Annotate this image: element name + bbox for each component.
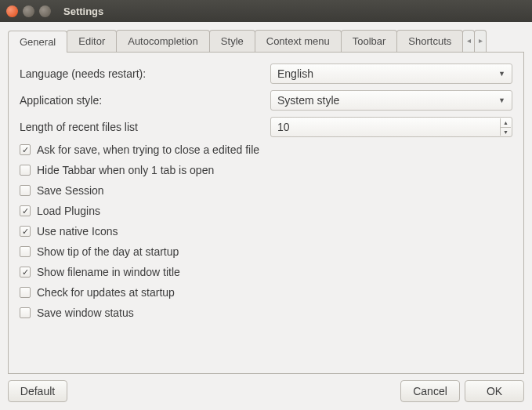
checkbox[interactable]: ✓ (20, 226, 31, 237)
tab-scroll-right[interactable]: ▸ (474, 30, 487, 52)
maximize-icon[interactable] (39, 5, 51, 17)
tab-scroll-left[interactable]: ◂ (462, 30, 475, 52)
appstyle-value: System style (277, 94, 339, 107)
recent-spinner[interactable]: 10 ▲ ▼ (270, 117, 512, 137)
appstyle-label: Application style: (20, 94, 262, 107)
checkbox[interactable] (20, 185, 31, 196)
default-button[interactable]: Default (8, 380, 67, 402)
language-combo[interactable]: English ▼ (270, 63, 512, 84)
check-label: Load Plugins (37, 205, 100, 217)
tab-style[interactable]: Style (209, 30, 255, 52)
cancel-button[interactable]: Cancel (400, 380, 460, 402)
check-row: Save window status (20, 307, 512, 319)
recent-value: 10 (277, 121, 290, 133)
tab-panel-general: Language (needs restart): English ▼ Appl… (8, 53, 524, 374)
tab-toolbar[interactable]: Toolbar (341, 30, 398, 52)
check-row: Check for updates at startup (20, 286, 512, 299)
check-label: Show tip of the day at startup (37, 245, 179, 258)
language-label: Language (needs restart): (20, 67, 262, 80)
check-row: Save Session (20, 184, 512, 197)
checkbox[interactable]: ✓ (20, 267, 31, 278)
spin-down-icon[interactable]: ▼ (501, 128, 511, 136)
check-label: Save window status (37, 307, 134, 319)
check-label: Hide Tabbar when only 1 tab is open (37, 164, 214, 176)
tab-general[interactable]: General (8, 31, 67, 53)
minimize-icon[interactable] (23, 5, 34, 17)
tab-context-menu[interactable]: Context menu (255, 30, 342, 52)
button-row: Default Cancel OK (8, 380, 524, 402)
checkbox[interactable] (20, 307, 31, 318)
checkbox[interactable] (20, 287, 31, 298)
language-value: English (277, 67, 313, 80)
check-label: Save Session (37, 184, 104, 197)
tab-autocompletion[interactable]: Autocompletion (116, 30, 210, 52)
tab-shortcuts[interactable]: Shortcuts (396, 30, 463, 52)
titlebar: Settings (0, 0, 532, 22)
recent-label: Length of recent files list (20, 121, 262, 133)
chevron-down-icon: ▼ (498, 96, 505, 104)
check-label: Show filename in window title (37, 266, 180, 278)
check-row: ✓Load Plugins (20, 205, 512, 217)
spin-up-icon[interactable]: ▲ (501, 118, 511, 128)
checkbox[interactable] (20, 246, 31, 257)
check-row: Show tip of the day at startup (20, 245, 512, 258)
check-row: Hide Tabbar when only 1 tab is open (20, 164, 512, 176)
window-title: Settings (63, 5, 103, 17)
chevron-down-icon: ▼ (498, 70, 505, 78)
check-label: Check for updates at startup (37, 286, 175, 299)
tab-editor[interactable]: Editor (67, 30, 117, 52)
checkbox[interactable]: ✓ (20, 144, 31, 155)
checkbox[interactable]: ✓ (20, 205, 31, 216)
check-row: ✓Ask for save, when trying to close a ed… (20, 143, 512, 156)
check-label: Ask for save, when trying to close a edi… (37, 143, 259, 156)
check-row: ✓Use native Icons (20, 225, 512, 238)
check-row: ✓Show filename in window title (20, 266, 512, 278)
checkbox[interactable] (20, 165, 31, 176)
check-label: Use native Icons (37, 225, 118, 238)
close-icon[interactable] (6, 5, 18, 17)
tab-bar: General Editor Autocompletion Style Cont… (8, 30, 524, 53)
ok-button[interactable]: OK (465, 380, 524, 402)
appstyle-combo[interactable]: System style ▼ (270, 90, 512, 111)
